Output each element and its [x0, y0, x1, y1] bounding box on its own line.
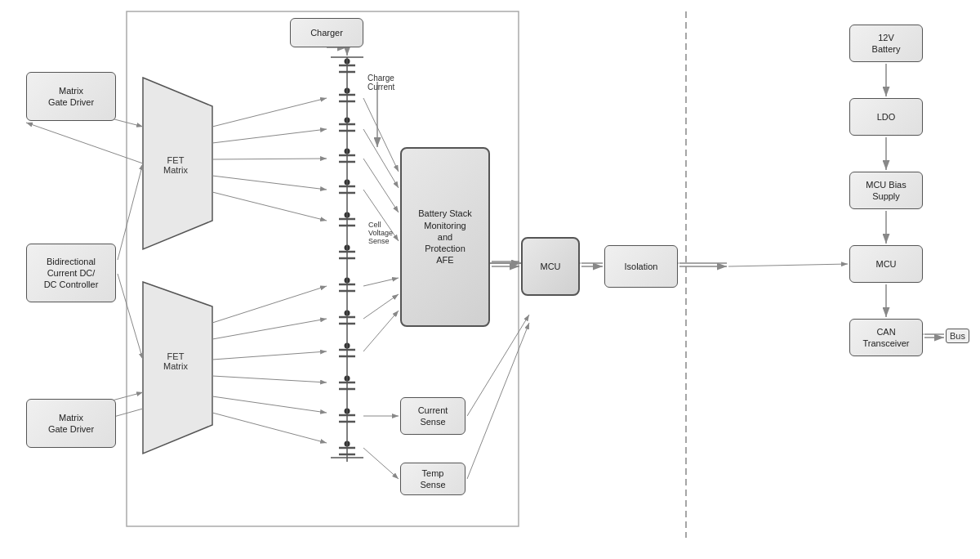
svg-line-68 — [363, 311, 399, 351]
svg-line-58 — [212, 351, 327, 360]
matrix-gate-driver-top: Matrix Gate Driver — [26, 72, 116, 121]
svg-point-40 — [345, 376, 350, 382]
svg-line-66 — [363, 278, 399, 286]
temp-sense-block: TempSense — [400, 463, 466, 495]
svg-point-34 — [345, 311, 350, 316]
charge-current-label: ChargeCurrent — [368, 74, 394, 92]
svg-line-60 — [212, 396, 327, 413]
current-sense-block: CurrentSense — [400, 397, 466, 435]
svg-point-10 — [345, 59, 350, 65]
mcu-main-block: MCU — [521, 237, 580, 296]
fet-matrix-top-label: FETMatrix — [151, 155, 200, 175]
svg-line-81 — [467, 315, 529, 416]
svg-line-57 — [212, 319, 327, 339]
svg-point-22 — [345, 180, 350, 186]
svg-line-97 — [728, 264, 848, 266]
svg-line-52 — [212, 129, 327, 143]
svg-point-46 — [345, 441, 350, 447]
svg-line-56 — [212, 286, 327, 323]
mcu-bias-supply-block: MCU BiasSupply — [849, 172, 923, 209]
svg-point-13 — [345, 88, 350, 94]
charger-block: Charger — [290, 18, 363, 47]
svg-line-62 — [363, 98, 399, 172]
svg-point-37 — [345, 343, 350, 349]
svg-line-67 — [363, 294, 399, 319]
svg-line-89 — [118, 163, 143, 260]
svg-point-16 — [345, 118, 350, 123]
svg-line-55 — [212, 192, 327, 221]
bidirectional-controller: Bidirectional Current DC/ DC Controller — [26, 244, 116, 302]
fet-matrix-bottom-label: FETMatrix — [151, 351, 200, 371]
matrix-gate-driver-bottom: Matrix Gate Driver — [26, 399, 116, 448]
svg-line-51 — [212, 98, 327, 127]
cell-voltage-sense-label: CellVoltageSense — [368, 221, 393, 245]
svg-line-64 — [363, 159, 399, 212]
can-transceiver-block: CANTransceiver — [849, 319, 923, 356]
svg-line-63 — [363, 129, 399, 188]
battery-12v-block: 12VBattery — [849, 25, 923, 62]
svg-line-86 — [26, 123, 143, 163]
svg-rect-6 — [327, 45, 368, 519]
svg-line-82 — [467, 323, 529, 479]
svg-line-90 — [118, 274, 143, 360]
svg-point-19 — [345, 149, 350, 154]
svg-line-61 — [212, 413, 327, 443]
bus-label: Bus — [946, 329, 969, 343]
ldo-block: LDO — [849, 98, 923, 136]
svg-line-54 — [212, 176, 327, 190]
svg-line-59 — [212, 376, 327, 382]
isolation-block: Isolation — [604, 245, 678, 288]
svg-point-43 — [345, 409, 350, 414]
svg-point-28 — [345, 245, 350, 251]
svg-point-31 — [345, 278, 350, 284]
mcu-right-block: MCU — [849, 245, 923, 283]
afe-block: Battery Stack Monitoring and Protection … — [400, 147, 490, 327]
diagram-container: Matrix Gate Driver Matrix Gate Driver Bi… — [0, 0, 980, 559]
svg-line-84 — [363, 448, 399, 479]
svg-line-53 — [212, 159, 327, 159]
svg-point-25 — [345, 212, 350, 218]
